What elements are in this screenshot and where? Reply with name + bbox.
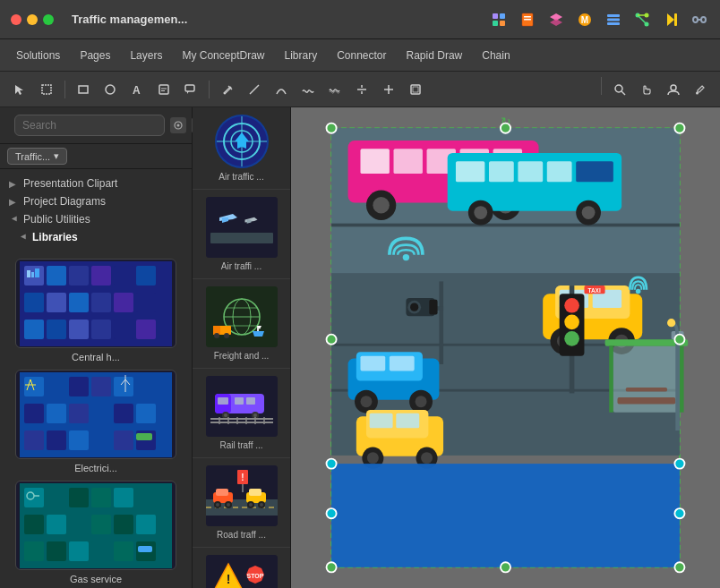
minimize-button[interactable] <box>27 14 38 25</box>
search-filter-button[interactable] <box>170 117 186 133</box>
svg-rect-121 <box>138 546 152 552</box>
clip-thumb-air1 <box>215 115 269 168</box>
cross-tool[interactable] <box>376 77 401 102</box>
line-tool[interactable] <box>242 77 267 102</box>
svg-point-255 <box>367 452 379 464</box>
svg-rect-108 <box>47 515 66 534</box>
solutions-icon[interactable] <box>489 10 509 30</box>
svg-rect-72 <box>35 268 39 277</box>
menu-myconceptdraw[interactable]: My ConceptDraw <box>173 46 273 65</box>
svg-rect-26 <box>79 86 88 93</box>
svg-rect-85 <box>136 404 156 423</box>
library-card-gas[interactable]: Gas service <box>7 481 184 584</box>
svg-rect-78 <box>114 377 133 396</box>
menu-pages[interactable]: Pages <box>71 46 119 65</box>
svg-point-197 <box>373 197 390 214</box>
menu-connector[interactable]: Connector <box>328 46 395 65</box>
tree-item-project[interactable]: ▶ Project Diagrams <box>0 192 192 210</box>
note-tool[interactable] <box>151 77 176 102</box>
rect-tool[interactable] <box>71 77 96 102</box>
text-tool[interactable]: A <box>124 77 150 102</box>
search-input[interactable] <box>14 115 165 136</box>
clip-item-air1[interactable]: Air traffic ... <box>193 107 290 190</box>
clip-item-air2[interactable]: Air traffi ... <box>193 190 290 279</box>
svg-rect-84 <box>114 404 133 423</box>
svg-point-230 <box>636 289 641 294</box>
svg-rect-192 <box>394 149 423 174</box>
arc-tool[interactable] <box>269 77 294 102</box>
svg-rect-79 <box>136 377 156 396</box>
air2-svg <box>206 197 278 258</box>
svg-rect-89 <box>91 430 111 450</box>
menu-solutions[interactable]: Solutions <box>7 46 69 65</box>
user-tool[interactable] <box>661 77 686 102</box>
ellipse-tool[interactable] <box>98 77 123 102</box>
svg-rect-1 <box>500 13 505 19</box>
clip-item-sign[interactable]: ! STOP <box>193 548 290 588</box>
svg-rect-3 <box>500 21 505 26</box>
svg-rect-252 <box>370 413 393 429</box>
search-tool[interactable] <box>607 77 632 102</box>
split-tool[interactable] <box>349 77 374 102</box>
myconceptdraw-icon[interactable]: M <box>575 10 595 30</box>
layers-icon[interactable] <box>546 10 566 30</box>
svg-rect-70 <box>27 270 30 277</box>
svg-rect-81 <box>47 404 66 423</box>
menu-rapiddraw[interactable]: Rapid Draw <box>398 46 472 65</box>
maximize-button[interactable] <box>43 14 54 25</box>
menu-layers[interactable]: Layers <box>121 46 171 65</box>
svg-rect-103 <box>69 488 89 507</box>
svg-line-44 <box>621 91 625 95</box>
frame-tool[interactable] <box>403 77 428 102</box>
svg-rect-162 <box>216 489 228 496</box>
svg-rect-248 <box>617 397 675 404</box>
svg-point-266 <box>674 335 684 345</box>
pen-tool[interactable] <box>215 77 240 102</box>
close-button[interactable] <box>11 14 21 25</box>
freight-svg <box>206 286 278 347</box>
clip-item-freight[interactable]: Freight and ... <box>193 279 290 369</box>
svg-point-273 <box>674 508 684 518</box>
library-card-central[interactable]: Central h... <box>7 259 184 362</box>
svg-rect-261 <box>331 464 680 567</box>
svg-rect-63 <box>136 293 156 312</box>
hand-tool[interactable] <box>634 77 659 102</box>
wave1-tool[interactable] <box>296 77 321 102</box>
clip-item-road[interactable]: ! Road traff ... <box>193 458 290 548</box>
menu-library[interactable]: Library <box>275 46 326 65</box>
rapiddraw-icon[interactable] <box>661 10 681 30</box>
gas-thumbnail <box>20 483 172 568</box>
pages-icon[interactable] <box>518 10 537 30</box>
svg-rect-5 <box>524 16 531 18</box>
clip-item-rail[interactable]: Rail traff ... <box>193 369 290 458</box>
library-thumb-central <box>15 259 176 348</box>
svg-rect-75 <box>47 377 66 396</box>
library-thumb-elec <box>15 370 176 459</box>
connector-icon[interactable] <box>632 10 652 30</box>
chain-icon[interactable] <box>690 10 709 30</box>
tree-view: ▶ Presentation Clipart ▶ Project Diagram… <box>0 169 192 251</box>
svg-point-149 <box>253 413 257 417</box>
marquee-tool[interactable] <box>34 77 59 102</box>
cursor-tool[interactable] <box>7 77 32 102</box>
tree-item-libraries[interactable]: ▼ Libraries <box>0 228 192 246</box>
svg-point-269 <box>674 562 684 572</box>
svg-point-272 <box>327 508 337 518</box>
tree-item-public[interactable]: ▼ Public Utilities <box>0 210 192 228</box>
eyedropper-tool[interactable] <box>688 77 713 102</box>
svg-point-166 <box>227 503 230 507</box>
traffic-canvas[interactable]: TAXI <box>291 107 720 588</box>
tree-item-presentation[interactable]: ▶ Presentation Clipart <box>0 175 192 192</box>
traffic-lights <box>11 14 54 25</box>
wave2-tool[interactable] <box>322 77 347 102</box>
callout-tool[interactable] <box>178 77 203 102</box>
menu-chain[interactable]: Chain <box>473 46 519 65</box>
breadcrumb-label[interactable]: Traffic... ▾ <box>7 148 67 165</box>
svg-point-270 <box>327 459 337 469</box>
svg-rect-82 <box>69 404 89 423</box>
canvas-area[interactable]: ↻ <box>291 107 720 588</box>
library-icon[interactable] <box>604 10 623 30</box>
tree-arrow: ▶ <box>9 197 20 207</box>
svg-rect-32 <box>185 85 194 91</box>
library-card-elec[interactable]: Electrici... <box>7 370 184 473</box>
